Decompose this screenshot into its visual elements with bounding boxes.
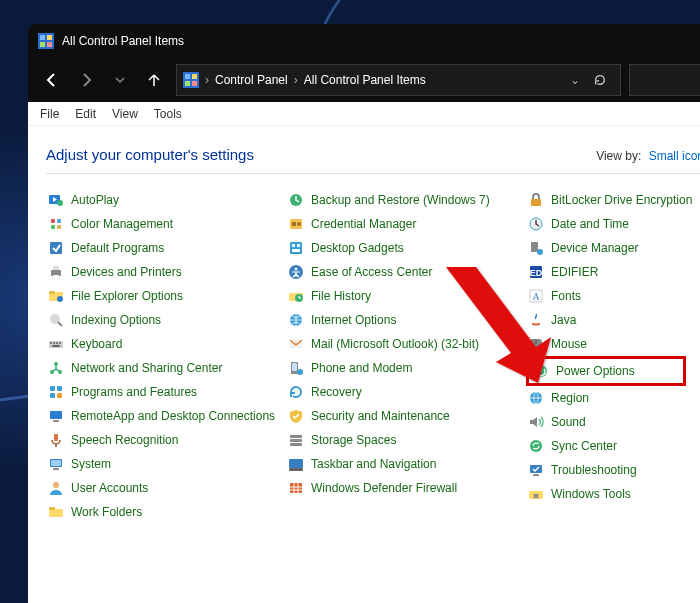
tools-icon [528, 486, 544, 502]
control-panel-item[interactable]: Ease of Access Center [286, 260, 526, 284]
control-panel-item[interactable]: Windows Defender Firewall [286, 476, 526, 500]
control-panel-item[interactable]: Phone and Modem [286, 356, 526, 380]
menu-edit[interactable]: Edit [75, 107, 96, 121]
svg-point-63 [297, 369, 303, 375]
window-title: All Control Panel Items [62, 34, 184, 48]
control-panel-item[interactable]: Default Programs [46, 236, 286, 260]
menu-tools[interactable]: Tools [154, 107, 182, 121]
item-label: Windows Tools [551, 487, 631, 501]
control-panel-item[interactable]: Keyboard [46, 332, 286, 356]
svg-rect-38 [50, 411, 62, 419]
control-panel-item[interactable]: Region [526, 386, 700, 410]
control-panel-item[interactable]: Date and Time [526, 212, 700, 236]
divider [46, 173, 700, 174]
control-panel-item[interactable]: RemoteApp and Desktop Connections [46, 404, 286, 428]
view-by-dropdown[interactable]: Small icons [649, 149, 700, 163]
control-panel-item[interactable]: AutoPlay [46, 188, 286, 212]
item-label: Fonts [551, 289, 581, 303]
chevron-down-icon[interactable]: ⌄ [570, 73, 580, 87]
control-panel-item[interactable]: Devices and Printers [46, 260, 286, 284]
storage-icon [288, 432, 304, 448]
globe-icon [288, 312, 304, 328]
control-panel-item[interactable]: System [46, 452, 286, 476]
control-panel-item[interactable]: File History [286, 284, 526, 308]
items-grid: AutoPlayColor ManagementDefault Programs… [28, 184, 700, 524]
control-panel-item[interactable]: Network and Sharing Center [46, 356, 286, 380]
svg-rect-42 [51, 460, 61, 466]
chevron-right-icon[interactable]: › [205, 73, 209, 87]
address-bar[interactable]: › Control Panel › All Control Panel Item… [176, 64, 621, 96]
control-panel-icon [183, 72, 199, 88]
control-panel-item[interactable]: Color Management [46, 212, 286, 236]
gadgets-icon [288, 240, 304, 256]
page-heading: Adjust your computer's settings [46, 146, 254, 163]
recent-locations-button[interactable] [106, 66, 134, 94]
up-button[interactable] [140, 66, 168, 94]
control-panel-item[interactable]: Work Folders [46, 500, 286, 524]
system-icon [48, 456, 64, 472]
control-panel-item[interactable]: User Accounts [46, 476, 286, 500]
item-label: Programs and Features [71, 385, 197, 399]
breadcrumb-current[interactable]: All Control Panel Items [304, 73, 426, 87]
control-panel-item[interactable]: Mail (Microsoft Outlook) (32-bit) [286, 332, 526, 356]
svg-rect-64 [290, 435, 302, 438]
bitlocker-icon [528, 192, 544, 208]
control-panel-item[interactable]: Indexing Options [46, 308, 286, 332]
security-icon [288, 408, 304, 424]
control-panel-item[interactable]: Desktop Gadgets [286, 236, 526, 260]
control-panel-item[interactable]: Troubleshooting [526, 458, 700, 482]
control-panel-item[interactable]: Taskbar and Navigation [286, 452, 526, 476]
mic-icon [48, 432, 64, 448]
menu-file[interactable]: File [40, 107, 59, 121]
power-icon [533, 363, 549, 379]
control-panel-item[interactable]: EDEDIFIER [526, 260, 700, 284]
forward-button[interactable] [72, 66, 100, 94]
control-panel-item[interactable]: Mouse [526, 332, 700, 356]
item-label: Sound [551, 415, 586, 429]
control-panel-item[interactable]: Internet Options [286, 308, 526, 332]
item-label: Credential Manager [311, 217, 416, 231]
menu-view[interactable]: View [112, 107, 138, 121]
network-icon [48, 360, 64, 376]
control-panel-item[interactable]: Sound [526, 410, 700, 434]
control-panel-item[interactable]: Recovery [286, 380, 526, 404]
item-label: File Explorer Options [71, 289, 183, 303]
svg-rect-46 [49, 507, 55, 510]
control-panel-item[interactable]: Speech Recognition [46, 428, 286, 452]
control-panel-item[interactable]: Device Manager [526, 236, 700, 260]
back-button[interactable] [38, 66, 66, 94]
clock-icon [528, 216, 544, 232]
menu-bar: File Edit View Tools [28, 102, 700, 126]
item-label: BitLocker Drive Encryption [551, 193, 692, 207]
control-panel-item[interactable]: Security and Maintenance [286, 404, 526, 428]
svg-rect-14 [57, 219, 61, 223]
item-label: Java [551, 313, 576, 327]
svg-rect-37 [57, 393, 62, 398]
control-panel-item[interactable]: Java [526, 308, 700, 332]
control-panel-item[interactable]: Sync Center [526, 434, 700, 458]
breadcrumb-root[interactable]: Control Panel [215, 73, 288, 87]
item-label: Speech Recognition [71, 433, 178, 447]
apps-icon [48, 384, 64, 400]
control-panel-item[interactable]: Programs and Features [46, 380, 286, 404]
svg-rect-8 [185, 81, 190, 86]
control-panel-item[interactable]: Power Options [531, 360, 681, 382]
edifier-icon: ED [528, 264, 544, 280]
svg-rect-43 [53, 468, 59, 470]
control-panel-item[interactable]: BitLocker Drive Encryption [526, 188, 700, 212]
refresh-button[interactable] [586, 66, 614, 94]
autoplay-icon [48, 192, 64, 208]
control-panel-item[interactable]: Storage Spaces [286, 428, 526, 452]
control-panel-item[interactable]: File Explorer Options [46, 284, 286, 308]
fonts-icon: A [528, 288, 544, 304]
control-panel-item[interactable]: Windows Tools [526, 482, 700, 506]
svg-rect-49 [292, 222, 296, 226]
search-box[interactable] [629, 64, 700, 96]
svg-point-44 [53, 482, 59, 488]
control-panel-item[interactable]: AFonts [526, 284, 700, 308]
svg-rect-70 [531, 199, 541, 206]
control-panel-item[interactable]: Credential Manager [286, 212, 526, 236]
chevron-right-icon[interactable]: › [294, 73, 298, 87]
control-panel-item[interactable]: Backup and Restore (Windows 7) [286, 188, 526, 212]
view-by-label: View by: [596, 149, 641, 163]
